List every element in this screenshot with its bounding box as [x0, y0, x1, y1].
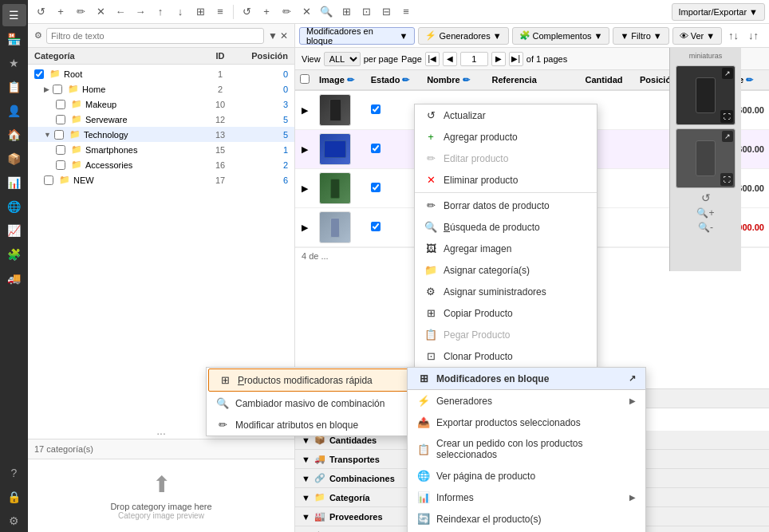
col-sort-asc-btn[interactable]: ↑↓ — [725, 27, 742, 45]
import-export-btn[interactable]: Importar/Exportar ▼ — [672, 3, 765, 21]
thumb-1[interactable]: ⛶ ↗ — [676, 65, 735, 125]
sidebar-star-icon[interactable]: ★ — [2, 52, 26, 74]
submenu-ver-pagina[interactable]: 🌐 Ver página de producto — [408, 465, 645, 487]
ctx-productos-mod-rapida[interactable]: ⊞ Productos modificadoras rápida — [208, 368, 411, 392]
row2-expand-icon[interactable]: ▶ — [302, 144, 308, 154]
cat-checkbox-smartphones[interactable] — [56, 145, 65, 155]
cat-item-new[interactable]: 📁 NEW 17 6 — [28, 172, 294, 187]
ctx-modificar-atributos[interactable]: ✏ Modificar atributos en bloque — [207, 414, 412, 435]
list2-btn[interactable]: ≡ — [397, 3, 415, 21]
refresh-btn[interactable]: ↺ — [32, 3, 49, 21]
cat-checkbox-technology[interactable] — [54, 130, 64, 140]
ctx-cambiador-masivo[interactable]: 🔍 Cambiador masivo de combinación — [207, 392, 412, 414]
submenu-reindexar[interactable]: 🔄 Reindexar el producto(s) — [408, 508, 645, 530]
sidebar-lock-icon[interactable]: 🔒 — [2, 486, 26, 508]
cat-item-technology[interactable]: ▼ 📁 Technology 13 5 — [28, 127, 294, 142]
thumb2-link-icon[interactable]: ↗ — [722, 131, 733, 142]
grid4-btn[interactable]: ⊟ — [377, 3, 395, 21]
filter-btn[interactable]: ▼ Filtro ▼ — [613, 27, 668, 45]
sidebar-store-icon[interactable]: 🏪 — [2, 28, 26, 50]
col-sort-desc-btn[interactable]: ↓↑ — [745, 27, 762, 45]
row2-estado-checkbox[interactable] — [371, 144, 381, 153]
list-btn[interactable]: ≡ — [211, 3, 229, 21]
grid2-btn[interactable]: ⊞ — [337, 3, 355, 21]
sidebar-user-icon[interactable]: 👤 — [2, 100, 26, 122]
row4-estado-checkbox[interactable] — [371, 222, 381, 231]
expand-tech-icon[interactable]: ▼ — [44, 131, 51, 139]
expand-home-icon[interactable]: ▶ — [44, 85, 49, 93]
submenu-crear-pedido[interactable]: 📋 Crear un pedido con los productos sele… — [408, 433, 645, 465]
ctx-clonar-producto[interactable]: ⊡ Clonar Producto — [415, 345, 597, 367]
prev-page-btn[interactable]: ◀ — [443, 52, 457, 66]
next-page-btn[interactable]: ▶ — [491, 52, 506, 66]
view-btn[interactable]: 👁 Ver ▼ — [672, 27, 722, 45]
refresh2-btn[interactable]: ↺ — [238, 3, 255, 21]
row1-estado-checkbox[interactable] — [371, 104, 381, 114]
down-btn[interactable]: ↓ — [172, 3, 189, 21]
cat-checkbox-root[interactable] — [34, 69, 44, 79]
col-select-all[interactable] — [295, 70, 314, 90]
ctx-asignar-categoria[interactable]: 📁 Asignar categoría(s) — [415, 259, 597, 281]
row3-estado-checkbox[interactable] — [371, 183, 381, 192]
cat-item-serveware[interactable]: 📁 Serveware 12 5 — [28, 112, 294, 127]
row4-expand-icon[interactable]: ▶ — [302, 223, 308, 232]
cat-item-accessories[interactable]: 📁 Accessories 16 2 — [28, 157, 294, 172]
filter-funnel-icon[interactable]: ▼ — [268, 30, 278, 41]
all-select[interactable]: ALL 20 50 — [324, 52, 361, 66]
ctx-actualizar[interactable]: ↺ Actualizar — [415, 104, 597, 126]
submenu-header-item[interactable]: ⊞ Modificadores en bloque ↗ — [408, 368, 645, 390]
sidebar-help-icon[interactable]: ? — [2, 462, 26, 484]
col-cantidad-header[interactable]: Cantidad — [581, 70, 635, 90]
row3-expand-icon[interactable]: ▶ — [302, 183, 308, 193]
back-btn[interactable]: ← — [112, 3, 129, 21]
sidebar-graph-icon[interactable]: 📈 — [2, 219, 26, 242]
cat-item-makeup[interactable]: 📁 Makeup 10 3 — [28, 97, 294, 112]
ctx-busqueda[interactable]: 🔍 Búsqueda de producto — [415, 216, 597, 238]
bulk-modifier-btn[interactable]: Modificadores en bloque ▼ — [299, 27, 415, 45]
generators-btn[interactable]: ⚡ Generadores ▼ — [418, 27, 508, 45]
ctx-asignar-suminstradores[interactable]: ⚙ Asignar suministradores — [415, 281, 597, 302]
sidebar-settings-icon[interactable]: ⚙ — [2, 510, 26, 532]
grid-btn[interactable]: ⊞ — [191, 3, 209, 21]
search-btn[interactable]: 🔍 — [317, 3, 335, 21]
submenu-informes[interactable]: 📊 Informes ▶ — [408, 487, 645, 508]
filter-clear-icon[interactable]: ✕ — [280, 30, 288, 41]
sidebar-box-icon[interactable]: 📦 — [2, 148, 26, 170]
ctx-eliminar-producto[interactable]: ✕ Eliminar producto — [415, 169, 597, 191]
cat-checkbox-makeup[interactable] — [56, 100, 65, 109]
first-page-btn[interactable]: |◀ — [425, 52, 440, 66]
col-nombre-header[interactable]: Nombre ✏ — [422, 70, 487, 90]
col-referencia-header[interactable]: Referencia — [487, 70, 581, 90]
col-estado-header[interactable]: Estado ✏ — [366, 70, 422, 90]
sidebar-globe-icon[interactable]: 🌐 — [2, 195, 26, 218]
thumb2-expand-icon[interactable]: ⛶ — [720, 173, 733, 186]
thumb-refresh-icon[interactable]: ↺ — [701, 191, 711, 204]
cat-checkbox-new[interactable] — [44, 175, 53, 185]
grid3-btn[interactable]: ⊡ — [357, 3, 375, 21]
thumb1-expand-icon[interactable]: ⛶ — [720, 110, 733, 123]
sidebar-chart-icon[interactable]: 📊 — [2, 171, 26, 194]
cat-item-root[interactable]: 📁 Root 1 0 — [28, 66, 294, 81]
add-btn[interactable]: + — [52, 3, 69, 21]
ctx-agregar-producto[interactable]: + Agregar producto — [415, 126, 597, 148]
ctx-agregar-imagen[interactable]: 🖼 Agregar imagen — [415, 238, 597, 259]
cat-checkbox-home[interactable] — [53, 85, 62, 94]
ctx-copiar-producto[interactable]: ⊞ Copiar Producto — [415, 302, 597, 324]
edit-btn[interactable]: ✏ — [72, 3, 89, 21]
submenu-exportar[interactable]: 📤 Exportar productos seleccionados — [408, 412, 645, 433]
edit2-btn[interactable]: ✏ — [278, 3, 295, 21]
page-number-input[interactable] — [460, 52, 488, 66]
cat-item-smartphones[interactable]: 📁 Smartphones 15 1 — [28, 142, 294, 157]
row-expand-icon[interactable]: ▶ — [302, 105, 308, 115]
col-image-header[interactable]: Image ✏ — [314, 70, 366, 90]
filter-input[interactable] — [46, 28, 264, 44]
up-btn[interactable]: ↑ — [152, 3, 169, 21]
drop-upload-icon[interactable]: ⬆ — [34, 471, 288, 498]
cat-checkbox-accessories[interactable] — [56, 160, 65, 170]
sidebar-truck-icon[interactable]: 🚚 — [2, 267, 26, 290]
complements-btn[interactable]: 🧩 Complementos ▼ — [512, 27, 610, 45]
submenu-generadores[interactable]: ⚡ Generadores ▶ — [408, 390, 645, 412]
last-page-btn[interactable]: ▶| — [509, 52, 523, 66]
sidebar-clipboard-icon[interactable]: 📋 — [2, 76, 26, 98]
select-all-checkbox[interactable] — [300, 74, 310, 84]
